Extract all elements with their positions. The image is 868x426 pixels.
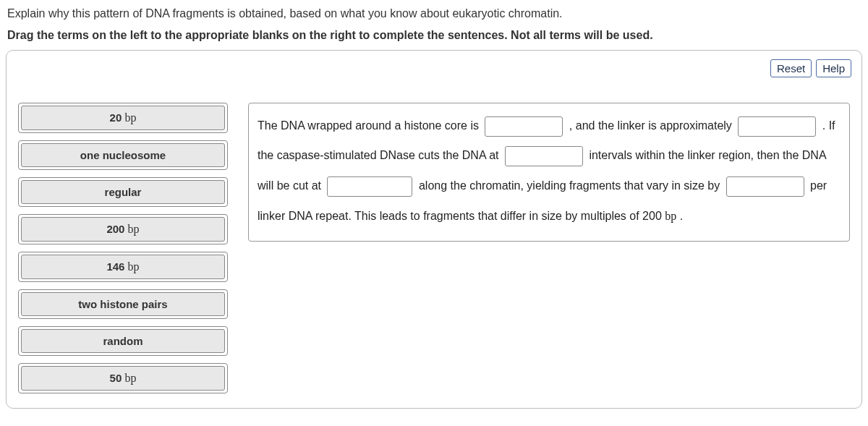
instruction-line-1: Explain why this pattern of DNA fragment… [7,6,861,22]
term-unit: bp [124,372,136,384]
term-slot: 200 bp [18,214,228,244]
term-number: 200 [106,223,124,235]
term-146bp[interactable]: 146 bp [21,255,225,279]
sentence-number: 200 [642,210,662,222]
sentence-text: , and the linker is approximately [569,119,735,132]
blank-3[interactable] [505,146,583,166]
help-button[interactable]: Help [816,59,851,77]
term-slot: one nucleosome [18,140,228,170]
term-slot: 50 bp [18,363,228,393]
sentence-text: . [680,210,683,222]
terms-column: 20 bp one nucleosome regular 200 bp [18,103,228,393]
term-number: 20 [110,111,122,124]
question-header: Explain why this pattern of DNA fragment… [0,0,868,44]
term-slot: 146 bp [18,252,228,282]
blank-2[interactable] [738,116,816,137]
toolbar: Reset Help [770,59,851,77]
instruction-line-2: Drag the terms on the left to the approp… [7,27,861,43]
term-slot: 20 bp [18,103,228,133]
term-slot: two histone pairs [18,289,228,319]
term-unit: bp [124,111,136,124]
term-two-histone-pairs[interactable]: two histone pairs [21,292,225,316]
term-number: 50 [110,372,122,384]
blank-1[interactable] [485,116,563,137]
sentence-text: along the chromatin, yielding fragments … [419,179,723,192]
sentence-dropzone: The DNA wrapped around a histone core is… [248,103,850,242]
term-unit: bp [128,260,140,273]
term-random[interactable]: random [21,329,225,353]
term-regular[interactable]: regular [21,180,225,204]
sentence-unit: bp [665,210,676,222]
blank-5[interactable] [726,176,804,197]
term-text: regular [105,186,142,198]
term-slot: random [18,326,228,356]
term-200bp[interactable]: 200 bp [21,217,225,242]
content-row: 20 bp one nucleosome regular 200 bp [18,103,850,393]
blank-4[interactable] [327,176,412,197]
term-20bp[interactable]: 20 bp [21,106,225,130]
term-slot: regular [18,177,228,207]
term-text: one nucleosome [80,149,166,161]
activity-panel: Reset Help 20 bp one nucleosome regular [6,50,862,409]
term-text: random [103,335,142,347]
term-number: 146 [106,260,124,273]
term-unit: bp [128,223,140,235]
reset-button[interactable]: Reset [770,59,812,77]
term-50bp[interactable]: 50 bp [21,366,225,391]
term-text: two histone pairs [78,298,167,310]
term-one-nucleosome[interactable]: one nucleosome [21,143,225,167]
sentence-text: The DNA wrapped around a histone core is [258,119,482,132]
